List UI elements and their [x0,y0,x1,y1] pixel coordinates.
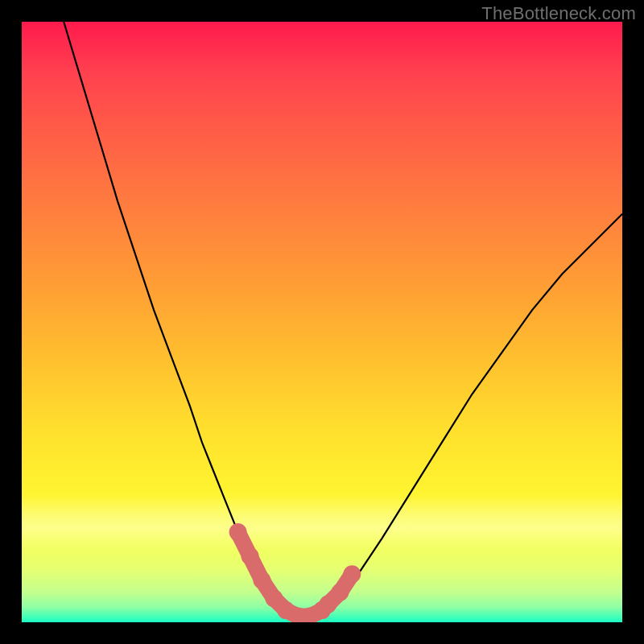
highlight-band [22,496,622,550]
chart-frame: TheBottleneck.com [0,0,644,644]
plot-background [22,22,622,622]
watermark-text: TheBottleneck.com [481,3,636,24]
